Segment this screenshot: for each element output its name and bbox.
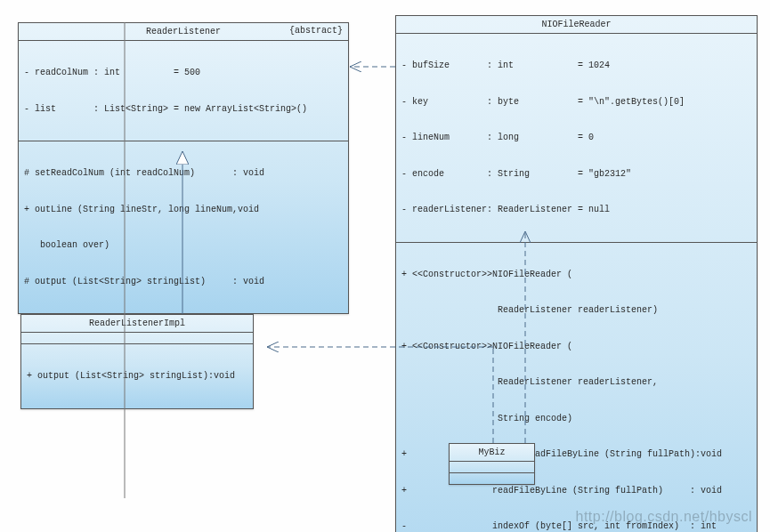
- attr-row: - key : byte = "\n".getBytes()[0]: [401, 96, 751, 109]
- op-row: String encode): [401, 413, 751, 425]
- attr-row: - list : List<String> = new ArrayList<St…: [24, 103, 343, 116]
- class-title: MyBiz: [450, 444, 534, 461]
- class-title: ReaderListenerImpl: [21, 315, 253, 332]
- op-row: + output (List<String> stringList):void: [27, 370, 247, 383]
- class-stereotype: {abstract}: [289, 26, 343, 36]
- op-row: + <<Constructor>>NIOFileReader (: [401, 341, 751, 353]
- attr-row: - readColNum : int = 500: [24, 67, 343, 79]
- class-my-biz: MyBiz: [449, 443, 535, 485]
- class-reader-listener: ReaderListener {abstract} - readColNum :…: [18, 22, 349, 314]
- op-row: boolean over): [24, 239, 343, 252]
- attributes-section: [450, 461, 534, 472]
- op-row: + outLine (String lineStr, long lineNum,…: [24, 204, 343, 216]
- class-name-text: ReaderListenerImpl: [89, 318, 185, 328]
- class-title: NIOFileReader: [396, 16, 757, 33]
- op-row: ReaderListener readerListener,: [401, 376, 751, 389]
- attr-row: - lineNum : long = 0: [401, 132, 751, 144]
- op-row: # setReadColNum (int readColNum) : void: [24, 167, 343, 180]
- op-row: + readFileByLine (String fullPath) : voi…: [401, 485, 751, 497]
- class-title: ReaderListener {abstract}: [19, 23, 348, 40]
- watermark-text: http://blog.csdn.net/hbyscl: [576, 509, 753, 525]
- operations-section: + <<Constructor>>NIOFileReader ( ReaderL…: [396, 242, 757, 533]
- class-name-text: MyBiz: [478, 447, 505, 457]
- operations-section: + output (List<String> stringList):void: [21, 343, 253, 408]
- attributes-section: - bufSize : int = 1024 - key : byte = "\…: [396, 33, 757, 242]
- op-row: # output (List<String> stringList) : voi…: [24, 276, 343, 288]
- class-reader-listener-impl: ReaderListenerImpl + output (List<String…: [20, 314, 254, 409]
- attributes-section: - readColNum : int = 500 - list : List<S…: [19, 40, 348, 141]
- class-name-text: NIOFileReader: [541, 20, 611, 29]
- op-row: ReaderListener readerListener): [401, 304, 751, 317]
- attr-row: - bufSize : int = 1024: [401, 60, 751, 72]
- class-name-text: ReaderListener: [146, 27, 221, 36]
- attributes-section: [21, 332, 253, 343]
- attr-row: - readerListener: ReaderListener = null: [401, 204, 751, 216]
- attr-row: - encode : String = "gb2312": [401, 168, 751, 181]
- operations-section: # setReadColNum (int readColNum) : void …: [19, 141, 348, 313]
- op-row: + <<Constructor>>NIOFileReader (: [401, 269, 751, 281]
- operations-section: [450, 472, 534, 484]
